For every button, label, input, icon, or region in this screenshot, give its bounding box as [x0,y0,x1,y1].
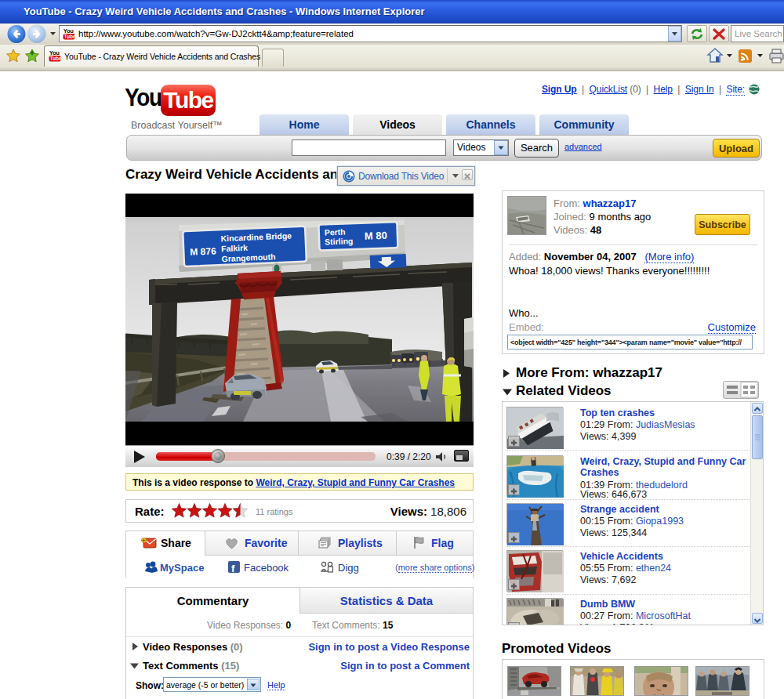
svg-text:You: You [64,28,74,34]
svg-text:Perth: Perth [325,227,346,237]
svg-text:M 876: M 876 [190,245,216,257]
svg-text:Tube: Tube [50,56,62,61]
svg-text:Stirling: Stirling [325,236,354,246]
svg-text:You: You [49,50,60,56]
svg-text:M 80: M 80 [365,230,387,242]
svg-text:Tube: Tube [64,34,76,39]
svg-text:Falkirk: Falkirk [221,243,248,253]
